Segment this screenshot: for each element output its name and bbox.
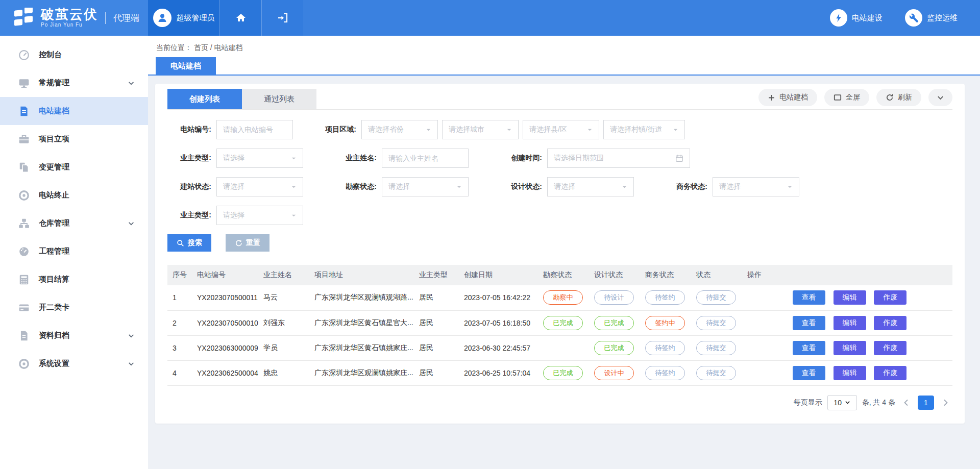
row-index: 3 <box>167 335 192 360</box>
sidebar-item-station-archive[interactable]: 电站建档 <box>0 97 148 125</box>
select-placeholder: 请选择 <box>223 154 244 163</box>
nav-label: 监控运维 <box>927 13 958 23</box>
collapse-button[interactable] <box>928 89 952 106</box>
sidebar-item-label: 项目立项 <box>39 134 69 144</box>
caret-down-icon <box>622 184 627 190</box>
edit-button[interactable]: 编辑 <box>834 341 866 355</box>
view-button[interactable]: 查看 <box>793 341 825 355</box>
owner-type2-select[interactable]: 请选择 <box>216 206 303 225</box>
sidebar-item-station-termination[interactable]: 电站终止 <box>0 181 148 209</box>
home-button[interactable] <box>219 0 261 36</box>
sidebar-item-console[interactable]: 控制台 <box>0 41 148 69</box>
station-no-input[interactable] <box>216 120 293 139</box>
chevron-down-icon <box>845 400 850 405</box>
station-no: YX2023063000009 <box>192 335 258 360</box>
add-station-button[interactable]: 电站建档 <box>758 89 817 106</box>
sidebar-item-engineering-mgmt[interactable]: 工程管理 <box>0 237 148 265</box>
dashboard-icon <box>18 50 30 61</box>
build-status-select[interactable]: 请选择 <box>216 177 303 196</box>
sidebar-item-data-archive[interactable]: 资料归档 <box>0 322 148 350</box>
sidebar-item-project-settlement[interactable]: 项目结算 <box>0 265 148 293</box>
sidebar-item-label: 常规管理 <box>39 78 69 88</box>
filter-form: 电站编号: 项目区域: 请选择省份 请选择城市 请选择县/区 <box>167 110 952 225</box>
nav-label: 电站建设 <box>852 13 883 23</box>
logout-button[interactable] <box>261 0 303 36</box>
sidebar-item-system-settings[interactable]: 系统设置 <box>0 350 148 378</box>
chevron-down-icon <box>128 332 135 339</box>
sidebar-item-general-mgmt[interactable]: 常规管理 <box>0 69 148 97</box>
view-button[interactable]: 查看 <box>793 290 825 305</box>
fullscreen-button[interactable]: 全屏 <box>824 89 869 106</box>
edit-button[interactable]: 编辑 <box>834 290 866 305</box>
region-label: 项目区域: <box>312 125 356 134</box>
sidebar-item-warehouse-mgmt[interactable]: 仓库管理 <box>0 209 148 237</box>
void-button[interactable]: 作废 <box>874 316 906 330</box>
user-menu[interactable]: 超级管理员 <box>148 0 219 36</box>
per-page-select[interactable]: 10 <box>827 395 857 410</box>
row-index: 4 <box>167 360 192 385</box>
county-select[interactable]: 请选择县/区 <box>523 120 599 139</box>
brand-title: 破茧云伏 <box>41 8 98 21</box>
created-date: 2023-07-05 16:18:50 <box>459 310 538 335</box>
created-date: 2023-06-25 10:57:04 <box>459 360 538 385</box>
select-placeholder: 请选择 <box>388 182 410 191</box>
calculator-icon <box>18 274 30 285</box>
table-row: 1 YX2023070500011 马云 广东深圳龙华区观澜镇观湖路... 居民… <box>167 285 952 310</box>
business-status-badge: 签约中 <box>645 316 685 330</box>
search-button[interactable]: 搜索 <box>167 234 211 252</box>
project-address: 广东深圳龙华区观澜镇观湖路... <box>309 285 414 310</box>
station-no-label: 电站编号: <box>167 125 211 134</box>
briefcase-icon <box>18 134 30 145</box>
prev-page-button[interactable] <box>900 399 913 407</box>
view-button[interactable]: 查看 <box>793 366 825 380</box>
sitemap-icon <box>18 218 30 229</box>
chevron-right-icon <box>941 399 949 407</box>
sidebar-item-change-mgmt[interactable]: 变更管理 <box>0 153 148 181</box>
sidebar-item-project-initiation[interactable]: 项目立项 <box>0 125 148 153</box>
void-button[interactable]: 作废 <box>874 341 906 355</box>
view-button[interactable]: 查看 <box>793 316 825 330</box>
refresh-button[interactable]: 刷新 <box>876 89 921 106</box>
per-page-label: 每页显示 <box>794 398 822 407</box>
sidebar-item-label: 电站建档 <box>39 106 69 116</box>
stop-circle-icon <box>18 190 30 201</box>
edit-button[interactable]: 编辑 <box>834 366 866 380</box>
city-select[interactable]: 请选择城市 <box>442 120 519 139</box>
void-button[interactable]: 作废 <box>874 290 906 305</box>
owner-name-input[interactable] <box>382 149 469 168</box>
reset-button[interactable]: 重置 <box>226 234 270 252</box>
page-tab-station-archive[interactable]: 电站建档 <box>156 57 216 75</box>
pagination: 每页显示 10 条, 共 4 条 1 <box>167 386 952 412</box>
brand[interactable]: 破茧云伏 Po Jian Yun Fu 代理端 <box>0 0 148 36</box>
next-page-button[interactable] <box>939 399 951 407</box>
owner-type-label: 业主类型: <box>167 154 211 163</box>
gauge-icon <box>18 246 30 257</box>
tab-create-list[interactable]: 创建列表 <box>167 89 242 109</box>
brand-subtitle: Po Jian Yun Fu <box>41 22 98 28</box>
caret-down-icon <box>291 156 297 161</box>
caret-down-icon <box>587 127 593 133</box>
sidebar-item-type2-card[interactable]: 开二类卡 <box>0 293 148 322</box>
lightning-icon <box>830 9 847 27</box>
date-range-input[interactable]: 请选择日期范围 <box>547 149 690 168</box>
chevron-down-icon <box>128 220 135 227</box>
plus-icon <box>768 94 775 102</box>
province-select[interactable]: 请选择省份 <box>361 120 438 139</box>
business-status-select[interactable]: 请选择 <box>713 177 799 196</box>
copy-icon <box>18 162 30 173</box>
survey-status-select[interactable]: 请选择 <box>382 177 469 196</box>
station-no: YX2023070500010 <box>192 310 258 335</box>
page-1-button[interactable]: 1 <box>918 396 934 410</box>
tab-passed-list[interactable]: 通过列表 <box>242 89 316 109</box>
edit-button[interactable]: 编辑 <box>834 316 866 330</box>
design-status-select[interactable]: 请选择 <box>547 177 634 196</box>
breadcrumb-home[interactable]: 首页 <box>194 43 208 52</box>
nav-monitor-ops[interactable]: 监控运维 <box>905 0 958 36</box>
table-header-row: 序号 电站编号 业主姓名 项目地址 业主类型 创建日期 勘察状态 设计状态 商务… <box>167 265 952 285</box>
void-button[interactable]: 作废 <box>874 366 906 380</box>
card-icon <box>18 302 30 313</box>
town-select[interactable]: 请选择村镇/街道 <box>603 120 685 139</box>
nav-station-build[interactable]: 电站建设 <box>830 0 883 36</box>
owner-type-select[interactable]: 请选择 <box>216 149 303 168</box>
col-header: 业主姓名 <box>258 265 309 285</box>
